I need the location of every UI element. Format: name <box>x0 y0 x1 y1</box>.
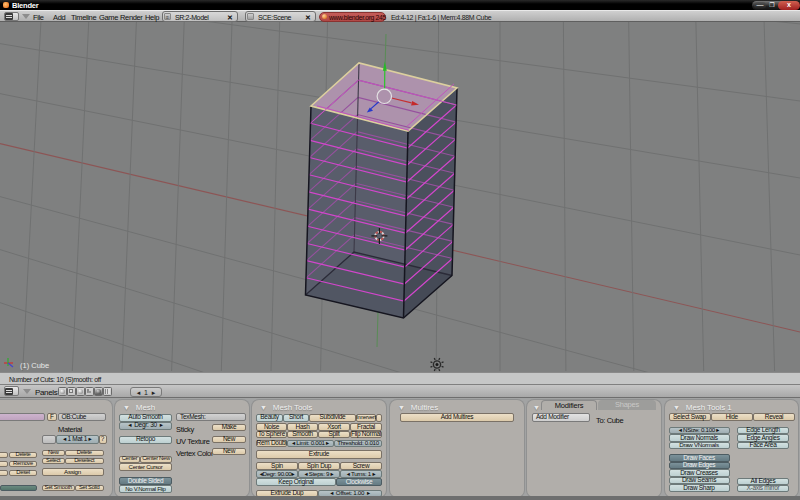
svg-text:(1) Cube: (1) Cube <box>20 361 49 370</box>
